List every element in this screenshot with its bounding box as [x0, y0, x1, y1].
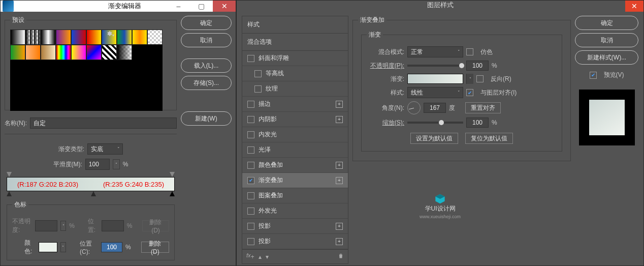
style-pattern-overlay[interactable]: 图案叠加	[242, 188, 348, 203]
checkbox-icon[interactable]	[254, 70, 262, 77]
color-stop[interactable]	[7, 191, 12, 196]
gradient-dropdown-icon[interactable]: ˅	[466, 74, 473, 84]
blending-options-item[interactable]: 混合选项	[242, 34, 348, 51]
gradient-preview[interactable]	[407, 74, 463, 84]
checkbox-icon[interactable]	[254, 85, 262, 93]
preset-swatch[interactable]	[25, 45, 41, 60]
style-satin[interactable]: 光泽	[242, 142, 348, 158]
align-checkbox[interactable]	[466, 89, 473, 96]
delete-color-stop-button[interactable]: 删除(D)	[141, 242, 169, 253]
checkbox-icon[interactable]	[247, 146, 254, 154]
dither-checkbox[interactable]	[466, 48, 473, 55]
checkbox-icon[interactable]	[247, 116, 254, 123]
preset-swatch[interactable]	[10, 45, 25, 60]
opacity-stop[interactable]	[7, 172, 12, 177]
preset-swatch[interactable]	[147, 29, 163, 45]
preset-swatch[interactable]	[117, 45, 132, 60]
plus-icon[interactable]: +	[336, 162, 343, 169]
preset-swatch[interactable]	[71, 45, 86, 60]
scale-slider[interactable]	[407, 122, 463, 124]
checkbox-icon[interactable]	[247, 131, 254, 138]
preset-swatch[interactable]	[10, 29, 25, 45]
name-input[interactable]	[30, 117, 177, 129]
plus-icon[interactable]: +	[336, 238, 343, 245]
gradient-ramp[interactable]: (R:187 G:202 B:203) (R:235 G:240 B:235)	[7, 177, 175, 191]
preset-swatch[interactable]	[102, 45, 117, 60]
percent-label: %	[123, 161, 128, 168]
set-default-button[interactable]: 设置为默认值	[410, 133, 458, 144]
save-button[interactable]: 存储(S)...	[181, 76, 232, 90]
stop-position2-input[interactable]	[101, 242, 122, 252]
style-select[interactable]: 线性	[407, 87, 463, 98]
plus-icon[interactable]: +	[336, 101, 343, 108]
cancel-button[interactable]: 取消	[575, 33, 638, 47]
preset-swatch[interactable]	[86, 29, 102, 45]
color-stop-active[interactable]	[170, 191, 175, 196]
opacity-stop[interactable]	[170, 172, 175, 177]
preset-swatch[interactable]	[41, 45, 56, 60]
scale-input[interactable]	[466, 117, 489, 128]
style-contour[interactable]: 等高线	[242, 66, 348, 81]
ok-button[interactable]: 确定	[181, 16, 232, 30]
preset-swatch[interactable]	[25, 29, 41, 45]
maximize-button[interactable]: ▢	[190, 1, 213, 12]
arrow-up-icon[interactable]: ▴	[259, 253, 262, 260]
smoothness-dropdown-icon[interactable]: ˅	[113, 159, 120, 169]
style-bevel[interactable]: 斜面和浮雕	[242, 51, 348, 66]
minimize-button[interactable]: –	[167, 1, 190, 12]
preset-swatch[interactable]	[71, 29, 86, 45]
checkbox-checked-icon[interactable]	[247, 177, 254, 184]
style-color-overlay[interactable]: 颜色叠加+	[242, 158, 348, 173]
arrow-down-icon[interactable]: ▾	[266, 253, 269, 260]
gradient-type-select[interactable]: 实底	[87, 143, 123, 155]
reset-default-button[interactable]: 复位为默认值	[465, 133, 513, 144]
blend-mode-select[interactable]: 正常	[407, 46, 463, 57]
color-well-dd-icon[interactable]: ˅	[60, 242, 67, 252]
smoothness-input[interactable]	[85, 159, 110, 170]
angle-dial[interactable]	[407, 101, 421, 114]
checkbox-icon[interactable]	[247, 55, 254, 62]
style-drop-shadow[interactable]: 投影+	[242, 219, 348, 234]
style-gradient-overlay[interactable]: 渐变叠加+	[242, 173, 348, 188]
checkbox-icon[interactable]	[247, 162, 254, 169]
preset-swatch[interactable]	[41, 29, 56, 45]
checkbox-icon[interactable]	[247, 208, 254, 215]
new-style-button[interactable]: 新建样式(W)...	[575, 50, 638, 65]
reverse-checkbox[interactable]	[476, 75, 484, 82]
checkbox-icon[interactable]	[247, 192, 254, 199]
trash-icon[interactable]	[338, 253, 344, 260]
color-well[interactable]	[39, 242, 57, 252]
opacity-slider[interactable]	[407, 65, 463, 67]
reset-align-button[interactable]: 重置对齐	[465, 102, 501, 113]
checkbox-icon[interactable]	[247, 238, 254, 245]
preset-swatch[interactable]	[117, 29, 132, 45]
style-stroke[interactable]: 描边+	[242, 97, 348, 112]
angle-input[interactable]	[424, 103, 446, 113]
cancel-button[interactable]: 取消	[181, 33, 232, 47]
gear-icon[interactable]: ▾	[106, 31, 116, 38]
ok-button[interactable]: 确定	[575, 16, 638, 30]
preview-checkbox[interactable]	[590, 72, 597, 79]
preset-swatch[interactable]	[132, 29, 147, 45]
styles-header[interactable]: 样式	[242, 16, 348, 34]
fx-icon[interactable]: fx+	[246, 252, 254, 260]
preset-swatch[interactable]	[56, 29, 71, 45]
opacity-input[interactable]	[466, 61, 489, 71]
style-inner-glow[interactable]: 内发光	[242, 127, 348, 142]
plus-icon[interactable]: +	[336, 116, 343, 123]
checkbox-icon[interactable]	[247, 101, 254, 108]
style-texture[interactable]: 纹理	[242, 81, 348, 97]
load-button[interactable]: 载入(L)...	[181, 58, 232, 73]
close-button[interactable]: ✕	[213, 1, 236, 12]
preset-swatch[interactable]	[86, 45, 102, 60]
preset-swatch[interactable]	[56, 45, 71, 60]
color-stop-mid[interactable]	[91, 191, 96, 196]
plus-icon[interactable]: +	[336, 177, 343, 184]
style-inner-shadow[interactable]: 内阴影+	[242, 112, 348, 127]
new-button[interactable]: 新建(W)	[181, 111, 232, 126]
gradient-bar[interactable]: (R:187 G:202 B:203) (R:235 G:240 B:235)	[7, 177, 175, 191]
style-drop-shadow-2[interactable]: 投影+	[242, 234, 348, 249]
checkbox-icon[interactable]	[247, 223, 254, 230]
style-outer-glow[interactable]: 外发光	[242, 203, 348, 219]
plus-icon[interactable]: +	[336, 223, 343, 230]
